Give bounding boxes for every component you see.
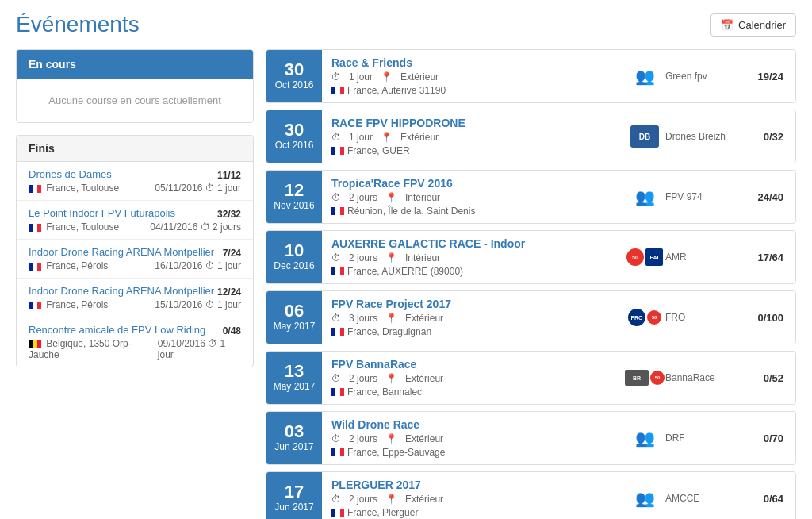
event-type: Intérieur bbox=[405, 192, 440, 203]
event-meta: ⏱ 2 jours 📍 Extérieur bbox=[331, 373, 611, 384]
calendar-icon: 📅 bbox=[721, 19, 733, 31]
event-org-name[interactable]: FPV 974 bbox=[665, 191, 703, 202]
event-org: FRO 50 FRO bbox=[621, 306, 748, 329]
finis-item-location: France, Toulouse bbox=[29, 221, 119, 233]
org-logo: DB bbox=[630, 125, 659, 148]
flag-icon bbox=[29, 302, 41, 309]
finis-item[interactable]: Le Point Indoor FPV Futurapolis 32/32 Fr… bbox=[17, 201, 253, 240]
finis-item[interactable]: Indoor Drone Racing ARENA Montpellier 12… bbox=[17, 279, 253, 317]
duration-icon: ⏱ bbox=[331, 71, 341, 83]
event-org-logo: 👥 bbox=[629, 185, 661, 209]
event-info: AUXERRE GALACTIC RACE - Indoor ⏱ 2 jours… bbox=[322, 231, 621, 283]
finis-item-title: Rencontre amicale de FPV Low Riding bbox=[29, 324, 205, 336]
event-name[interactable]: FPV Race Project 2017 bbox=[331, 298, 611, 310]
event-info: Tropica'Race FPV 2016 ⏱ 2 jours 📍 Intéri… bbox=[322, 171, 621, 223]
event-name[interactable]: Tropica'Race FPV 2016 bbox=[331, 177, 611, 190]
event-info: FPV BannaRace ⏱ 2 jours 📍 Extérieur Fran… bbox=[322, 352, 621, 404]
event-date-box: 17 Jun 2017 bbox=[266, 472, 322, 519]
event-info: Wild Drone Race ⏱ 2 jours 📍 Extérieur Fr… bbox=[322, 412, 621, 464]
flag-icon bbox=[331, 509, 344, 517]
finis-item-date: 04/11/2016 ⏱ 2 jours bbox=[150, 221, 241, 233]
event-row: 12 Nov 2016 Tropica'Race FPV 2016 ⏱ 2 jo… bbox=[266, 170, 796, 224]
event-name[interactable]: AUXERRE GALACTIC RACE - Indoor bbox=[331, 237, 611, 250]
finis-item-title: Le Point Indoor FPV Futurapolis bbox=[29, 207, 175, 219]
main-layout: En cours Aucune course en cours actuelle… bbox=[16, 49, 796, 519]
finis-header: Finis bbox=[17, 136, 253, 162]
flag-icon bbox=[331, 448, 344, 456]
event-org-name[interactable]: Green fpv bbox=[665, 71, 707, 82]
event-name[interactable]: FPV BannaRace bbox=[331, 358, 611, 371]
duration-icon: ⏱ bbox=[331, 494, 341, 505]
flag-icon bbox=[331, 147, 344, 155]
event-org: 👥 AMCCE bbox=[621, 486, 748, 510]
duration-icon: ⏱ bbox=[331, 192, 341, 203]
finis-item-title: Drones de Dames bbox=[29, 168, 112, 180]
event-location-line: France, AUXERRE (89000) bbox=[331, 266, 611, 277]
finis-item-location: France, Pérols bbox=[29, 260, 108, 271]
event-meta: ⏱ 2 jours 📍 Intérieur bbox=[331, 192, 611, 203]
event-org-name[interactable]: DRF bbox=[665, 432, 685, 444]
event-location-line: France, Bannalec bbox=[331, 386, 611, 398]
event-meta: ⏱ 1 jour 📍 Extérieur bbox=[331, 132, 611, 143]
event-location: France, AUXERRE (89000) bbox=[347, 266, 463, 277]
finis-item[interactable]: Drones de Dames 11/12 France, Toulouse 0… bbox=[17, 162, 253, 201]
event-date-box: 30 Oct 2016 bbox=[266, 110, 322, 163]
calendar-button[interactable]: 📅 Calendrier bbox=[710, 13, 796, 37]
flag-icon bbox=[29, 224, 41, 232]
finis-item-date: 09/10/2016 ⏱ 1 jour bbox=[158, 338, 241, 360]
event-duration: 1 jour bbox=[349, 132, 373, 143]
event-org-logo: DB bbox=[629, 125, 661, 148]
event-date-day: 30 bbox=[270, 61, 318, 79]
event-org-name[interactable]: AMCCE bbox=[665, 493, 699, 504]
finis-item[interactable]: Indoor Drone Racing ARENA Montpellier 7/… bbox=[17, 240, 253, 279]
event-meta: ⏱ 2 jours 📍 Extérieur bbox=[331, 433, 611, 444]
event-org-name[interactable]: FRO bbox=[665, 312, 685, 323]
event-duration: 2 jours bbox=[349, 494, 377, 505]
event-location: France, Plerguer bbox=[347, 507, 418, 518]
event-location: France, GUER bbox=[347, 145, 410, 156]
location-type-icon: 📍 bbox=[381, 132, 393, 143]
flag-icon bbox=[331, 86, 344, 94]
event-date-day: 06 bbox=[270, 302, 318, 320]
event-count: 0/64 bbox=[748, 493, 795, 505]
flag-icon bbox=[29, 340, 41, 348]
event-duration: 2 jours bbox=[349, 192, 377, 203]
finis-list: Drones de Dames 11/12 France, Toulouse 0… bbox=[17, 162, 253, 367]
event-row: 03 Jun 2017 Wild Drone Race ⏱ 2 jours 📍 … bbox=[266, 411, 796, 465]
event-name[interactable]: Race & Friends bbox=[331, 56, 611, 69]
event-org-logo: 👥 bbox=[629, 486, 661, 510]
event-row: 30 Oct 2016 RACE FPV HIPPODRONE ⏱ 1 jour… bbox=[266, 110, 796, 163]
page-header: Événements 📅 Calendrier bbox=[16, 12, 796, 37]
event-date-day: 13 bbox=[270, 363, 318, 380]
event-count: 0/100 bbox=[748, 312, 795, 324]
event-org-name[interactable]: Drones Breizh bbox=[665, 131, 726, 142]
event-date-month: Nov 2016 bbox=[270, 199, 318, 213]
group-icon: 👥 bbox=[635, 489, 655, 508]
event-org-name[interactable]: BannaRace bbox=[665, 372, 715, 383]
event-name[interactable]: RACE FPV HIPPODRONE bbox=[331, 117, 611, 129]
event-date-day: 10 bbox=[270, 242, 318, 260]
event-type: Extérieur bbox=[405, 494, 443, 505]
finis-item[interactable]: Rencontre amicale de FPV Low Riding 0/48… bbox=[17, 317, 253, 367]
events-list: 30 Oct 2016 Race & Friends ⏱ 1 jour 📍 Ex… bbox=[266, 49, 796, 519]
event-date-box: 06 May 2017 bbox=[266, 291, 322, 344]
finis-item-location: France, Pérols bbox=[29, 299, 108, 310]
event-duration: 3 jours bbox=[349, 313, 377, 324]
event-name[interactable]: Wild Drone Race bbox=[331, 418, 611, 431]
event-org: 50 FAI AMR bbox=[621, 245, 748, 269]
event-location-line: Réunion, Île de la, Saint Denis bbox=[331, 206, 611, 217]
event-org-logo: 👥 bbox=[629, 64, 661, 88]
duration-icon: ⏱ bbox=[331, 433, 341, 444]
event-org-name[interactable]: AMR bbox=[665, 252, 687, 263]
event-date-month: Oct 2016 bbox=[270, 79, 318, 92]
group-icon: 👥 bbox=[635, 187, 655, 206]
finis-item-count: 12/24 bbox=[217, 286, 241, 298]
event-row: 06 May 2017 FPV Race Project 2017 ⏱ 3 jo… bbox=[266, 290, 796, 344]
event-location: France, Bannalec bbox=[347, 386, 422, 398]
event-org-logo: BR 50 bbox=[629, 366, 661, 390]
en-cours-header: En cours bbox=[17, 50, 253, 79]
event-info: Race & Friends ⏱ 1 jour 📍 Extérieur Fran… bbox=[322, 50, 621, 102]
event-org-logo: FRO 50 bbox=[629, 306, 661, 329]
event-count: 19/24 bbox=[748, 71, 795, 83]
event-name[interactable]: PLERGUER 2017 bbox=[331, 479, 611, 491]
